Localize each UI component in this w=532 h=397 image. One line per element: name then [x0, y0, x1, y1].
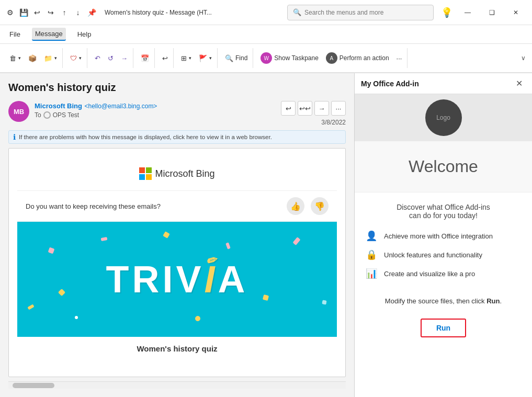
- taskpane-icon: W: [261, 52, 272, 64]
- pin-icon[interactable]: 📌: [86, 7, 97, 18]
- feature-text-2: Unlock features and functionality: [384, 251, 482, 259]
- sq-green: [146, 167, 152, 173]
- confetti-9: [322, 300, 326, 304]
- logo-area: Logo: [355, 94, 532, 141]
- reply-action-button[interactable]: ↩: [281, 101, 296, 116]
- find-icon: 🔍: [225, 54, 233, 62]
- forward-icon: →: [121, 54, 128, 62]
- email-title: Women's history quiz: [8, 82, 346, 94]
- feature-icon-2: 🔒: [365, 249, 378, 260]
- confetti-4: [163, 231, 170, 239]
- reply-icon: ↩: [162, 54, 168, 62]
- sidebar-title: My Office Add-in: [361, 80, 508, 88]
- search-bar[interactable]: 🔍: [287, 5, 434, 20]
- confetti-11: [195, 316, 201, 322]
- undo-icon[interactable]: ↩: [31, 7, 43, 18]
- bing-logo-text: Microsoft Bing: [155, 168, 214, 179]
- protect-button[interactable]: 🛡 ▾: [67, 48, 85, 68]
- find-button[interactable]: 🔍 Find: [222, 48, 251, 68]
- welcome-section: Welcome: [355, 141, 532, 192]
- thumbs-up-button[interactable]: 👍: [287, 197, 304, 215]
- up-icon[interactable]: ↑: [59, 7, 70, 18]
- apps-button[interactable]: ⊞ ▾: [178, 48, 195, 68]
- apps-group: ⊞ ▾ 🚩 ▾: [176, 48, 218, 68]
- welcome-text: Welcome: [409, 157, 478, 176]
- redo-icon[interactable]: ↪: [45, 7, 56, 18]
- feedback-bar: Do you want to keep receiving these emai…: [17, 191, 337, 222]
- feature-item-2: 🔒 Unlock features and functionality: [365, 249, 522, 260]
- taskpane-button[interactable]: W Show Taskpane: [257, 48, 322, 68]
- search-input[interactable]: [304, 9, 420, 16]
- ribbon: 🗑 ▾ 📦 📁 ▾ 🛡 ▾ ↶ ↺ → 📅 ↩: [0, 44, 532, 73]
- forward-action-button[interactable]: →: [314, 101, 329, 116]
- more-action-button[interactable]: ···: [331, 101, 346, 116]
- flag-icon: 🚩: [199, 54, 207, 62]
- delete-button[interactable]: 🗑 ▾: [6, 48, 24, 68]
- sidebar-close-button[interactable]: ✕: [513, 77, 526, 89]
- sidebar: My Office Add-in ✕ Logo Welcome Discover…: [354, 73, 532, 397]
- run-button[interactable]: Run: [421, 319, 466, 337]
- reply-all-action-button[interactable]: ↩↩: [298, 101, 312, 116]
- taskpane-group: W Show Taskpane A Perform an action ···: [255, 48, 408, 68]
- action-button[interactable]: A Perform an action: [323, 48, 392, 68]
- minimize-button[interactable]: —: [456, 4, 480, 21]
- sq-yellow: [146, 174, 152, 180]
- email-body-scroll[interactable]: Microsoft Bing Do you want to keep recei…: [8, 148, 346, 377]
- title-bar: ⚙ 💾 ↩ ↪ ↑ ↓ 📌 Women's history quiz - Mes…: [0, 0, 532, 25]
- delete-group: 🗑 ▾ 📦 📁 ▾: [4, 48, 63, 68]
- confetti-1: [48, 247, 55, 254]
- light-icon[interactable]: 💡: [441, 7, 452, 18]
- undo-ribbon-button[interactable]: ↶: [92, 48, 104, 68]
- feedback-text: Do you want to keep receiving these emai…: [26, 202, 280, 210]
- menu-message[interactable]: Message: [32, 28, 66, 41]
- sidebar-header: My Office Add-in ✕: [355, 73, 532, 94]
- down-icon[interactable]: ↓: [72, 7, 84, 18]
- info-message: If there are problems with how this mess…: [19, 134, 272, 140]
- shield-icon: 🛡: [70, 54, 77, 62]
- search-icon: 🔍: [293, 8, 301, 16]
- flag-button[interactable]: 🚩 ▾: [196, 48, 215, 68]
- thumbs-down-button[interactable]: 👎: [311, 197, 329, 215]
- more-button[interactable]: ···: [393, 48, 405, 68]
- ribbon-expander[interactable]: ∨: [519, 52, 528, 64]
- reply-button[interactable]: ↩: [159, 48, 171, 68]
- confetti-8: [27, 304, 34, 310]
- run-strong: Run: [486, 297, 500, 305]
- move-button[interactable]: 📁 ▾: [41, 48, 60, 68]
- settings-icon[interactable]: ⚙: [4, 7, 16, 18]
- maximize-button[interactable]: ❑: [480, 4, 504, 21]
- calendar-button[interactable]: 📅: [138, 48, 152, 68]
- email-pane: Women's history quiz MB Microsoft Bing <…: [0, 73, 354, 397]
- back-button[interactable]: ↺: [105, 48, 117, 68]
- info-bar[interactable]: ℹ If there are problems with how this me…: [8, 130, 346, 144]
- run-btn-area: Run: [355, 313, 532, 348]
- logo-circle: Logo: [425, 99, 462, 136]
- sender-email[interactable]: <hello@email3.bing.com>: [84, 103, 157, 110]
- menu-file[interactable]: File: [6, 28, 24, 40]
- confetti-3: [101, 237, 108, 241]
- email-footer-title: Women's history quiz: [17, 337, 337, 356]
- trivia-word: TRIVI✏A: [106, 258, 248, 300]
- horizontal-scrollbar[interactable]: [8, 381, 346, 389]
- h-scroll-thumb[interactable]: [13, 383, 54, 388]
- navigate-group: ↶ ↺ →: [89, 48, 133, 68]
- trivia-banner: TRIVI✏A: [17, 222, 337, 337]
- action-icon: A: [326, 52, 337, 64]
- bing-header: Microsoft Bing: [17, 157, 337, 191]
- reply-group: ↩: [157, 48, 174, 68]
- sender-info: Microsoft Bing <hello@email3.bing.com> T…: [35, 101, 276, 119]
- feature-text-1: Achieve more with Office integration: [384, 232, 493, 240]
- menu-help[interactable]: Help: [74, 28, 95, 40]
- move-icon: 📁: [44, 54, 52, 62]
- confetti-6: [263, 294, 269, 301]
- back-icon: ↺: [108, 54, 114, 62]
- calendar-group: 📅: [135, 48, 155, 68]
- to-label: To: [35, 111, 41, 119]
- sidebar-body[interactable]: Logo Welcome Discover what Office Add-in…: [355, 94, 532, 397]
- close-button[interactable]: ✕: [504, 4, 528, 21]
- recipient-name: OPS Test: [53, 111, 79, 119]
- save-icon[interactable]: 💾: [18, 7, 29, 18]
- forward-button[interactable]: →: [118, 48, 131, 68]
- find-group: 🔍 Find: [220, 48, 253, 68]
- archive-button[interactable]: 📦: [25, 48, 40, 68]
